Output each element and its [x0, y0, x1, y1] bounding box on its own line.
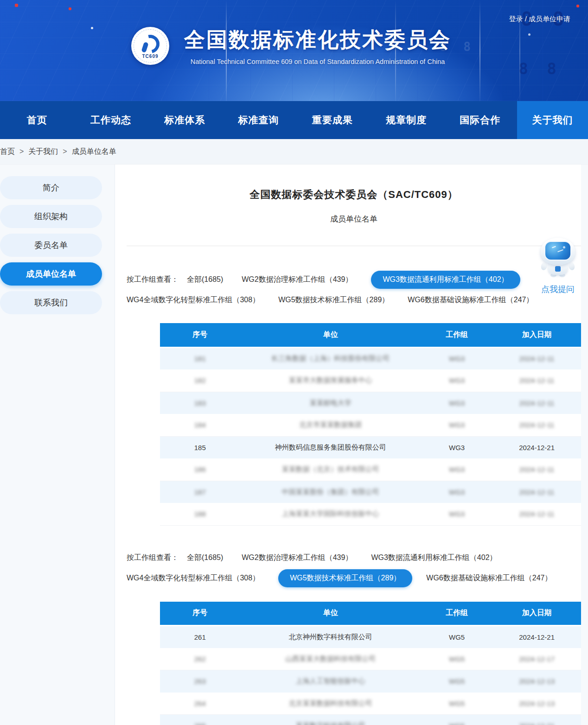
nav-item-standard-system[interactable]: 标准体系 — [148, 101, 222, 139]
breadcrumb-home[interactable]: 首页 — [0, 147, 15, 157]
cell-date: 2024-12-11 — [492, 392, 581, 414]
cell-no: 183 — [160, 392, 240, 414]
robot-face-screen — [544, 241, 571, 261]
filter-label: 按工作组查看： — [127, 553, 179, 563]
hero-white-dot — [528, 33, 530, 36]
nav-item-regulations[interactable]: 规章制度 — [369, 101, 443, 139]
cell-no: 182 — [160, 369, 240, 392]
cell-date: 2024-12-11 — [492, 458, 581, 481]
cell-unit: 中国某某股份（集团）有限公司 — [240, 481, 421, 503]
cell-wg: WG5 — [421, 693, 492, 715]
table-row: 186某某数据（北京）技术有限公司WG32024-12-11 — [160, 458, 581, 481]
cell-wg: WG5 — [421, 715, 492, 725]
nav-item-home[interactable]: 首页 — [0, 101, 74, 139]
filter-option-wg4[interactable]: WG4全域数字化转型标准工作组（308） — [127, 573, 260, 583]
sidebar-item-committee-list[interactable]: 委员名单 — [0, 234, 102, 257]
table-row: 185神州数码信息服务集团股份有限公司WG32024-12-21 — [160, 436, 581, 458]
breadcrumb-separator: > — [63, 147, 67, 156]
cell-no: 184 — [160, 414, 240, 436]
hero-light-line — [479, 0, 480, 101]
breadcrumb-separator: > — [19, 147, 24, 156]
assistant-ask-label[interactable]: 点我提问 — [536, 284, 580, 295]
col-header-workgroup: 工作组 — [421, 602, 492, 626]
table-row: 261北京神州数字科技有限公司WG52024-12-21 — [160, 626, 581, 648]
filter-option-wg5-selected[interactable]: WG5数据技术标准工作组（289） — [278, 569, 412, 587]
cell-wg: WG3 — [421, 436, 492, 458]
table-header-row: 序号 单位 工作组 加入日期 — [160, 602, 581, 626]
sidebar-item-structure[interactable]: 组织架构 — [0, 205, 102, 228]
sidebar-item-contact[interactable]: 联系我们 — [0, 291, 102, 314]
cell-no: 185 — [160, 436, 240, 458]
col-header-join-date: 加入日期 — [492, 323, 581, 347]
cell-unit: 某某数据（北京）技术有限公司 — [240, 458, 421, 481]
col-header-join-date: 加入日期 — [492, 602, 581, 626]
assistant-widget[interactable]: 点我提问 — [536, 238, 580, 295]
filter-label: 按工作组查看： — [127, 275, 179, 285]
filter-section-wg3: 按工作组查看： 全部(1685) WG2数据治理标准工作组（439） WG3数据… — [127, 269, 581, 310]
cell-date: 2024-12-21 — [492, 436, 581, 458]
col-header-unit: 单位 — [240, 602, 421, 626]
content-area: 简介 组织架构 委员名单 成员单位名单 联系我们 全国数据标委会技术委员会（SA… — [0, 165, 588, 725]
sidebar-item-intro[interactable]: 简介 — [0, 176, 102, 199]
member-table-body: 261北京神州数字科技有限公司WG52024-12-21262山西某某大数据科技… — [160, 626, 581, 725]
cell-unit: 某某市大数据发展服务中心 — [240, 369, 421, 392]
cell-date: 2024-12-17 — [492, 648, 581, 670]
nav-item-standard-search[interactable]: 标准查询 — [222, 101, 295, 139]
filter-option-wg6[interactable]: WG6数据基础设施标准工作组（247） — [426, 573, 552, 583]
cell-date: 2024-12-21 — [492, 626, 581, 648]
table-row: 182某某市大数据发展服务中心WG32024-12-11 — [160, 369, 581, 392]
breadcrumb: 首页 > 关于我们 > 成员单位名单 — [0, 139, 588, 165]
main-nav: 首页 工作动态 标准体系 标准查询 重要成果 规章制度 国际合作 关于我们 — [0, 101, 588, 139]
breadcrumb-about[interactable]: 关于我们 — [28, 147, 58, 157]
cell-wg: WG3 — [421, 414, 492, 436]
cell-unit: 北京神州数字科技有限公司 — [240, 626, 421, 648]
filter-option-wg2[interactable]: WG2数据治理标准工作组（439） — [242, 275, 352, 285]
hero-digits-deco: 8 8 — [519, 59, 561, 78]
nav-item-about-us[interactable]: 关于我们 — [517, 101, 588, 139]
assistant-robot-icon[interactable] — [541, 238, 575, 277]
cell-wg: WG3 — [421, 481, 492, 503]
site-brand: TC609 全国数据标准化技术委员会 National Technical Co… — [131, 26, 457, 65]
nav-item-international[interactable]: 国际合作 — [443, 101, 517, 139]
cell-wg: WG3 — [421, 369, 492, 392]
cell-wg: WG3 — [421, 347, 492, 369]
page-title: 全国数据标委会技术委员会（SAC/TC609） — [127, 188, 581, 202]
cell-wg: WG3 — [421, 392, 492, 414]
brand-text: 全国数据标准化技术委员会 National Technical Committe… — [179, 26, 457, 65]
filter-option-all[interactable]: 全部(1685) — [187, 275, 223, 285]
cell-date: 2024-12-13 — [492, 693, 581, 715]
nav-item-news[interactable]: 工作动态 — [74, 101, 147, 139]
cell-no: 264 — [160, 693, 240, 715]
filter-option-wg3[interactable]: WG3数据流通利用标准工作组（402） — [371, 553, 497, 563]
main-panel: 全国数据标委会技术委员会（SAC/TC609） 成员单位名单 点我提问 — [115, 165, 581, 725]
filter-option-wg5[interactable]: WG5数据技术标准工作组（289） — [278, 295, 389, 305]
filter-option-all[interactable]: 全部(1685) — [187, 553, 223, 563]
hero-red-dot — [69, 7, 71, 10]
page-subtitle: 成员单位名单 — [127, 214, 581, 224]
col-header-unit: 单位 — [240, 323, 421, 347]
cell-date: 2024-12-11 — [492, 347, 581, 369]
cell-no: 187 — [160, 481, 240, 503]
col-header-workgroup: 工作组 — [421, 323, 492, 347]
cell-no: 186 — [160, 458, 240, 481]
cell-unit: 山西某某大数据科技有限公司 — [240, 648, 421, 670]
member-table-body: 181长三角数据（上海）科技股份有限公司WG32024-12-11182某某市大… — [160, 347, 581, 525]
nav-item-achievements[interactable]: 重要成果 — [295, 101, 369, 139]
robot-chest-badge — [555, 266, 561, 272]
member-table-wg5: 序号 单位 工作组 加入日期 261北京神州数字科技有限公司WG52024-12… — [160, 602, 581, 725]
site-subtitle-en: National Technical Committee 609 on Data… — [179, 58, 457, 65]
filter-option-wg2[interactable]: WG2数据治理标准工作组（439） — [242, 553, 352, 563]
filter-option-wg4[interactable]: WG4全域数字化转型标准工作组（308） — [127, 295, 260, 305]
filter-option-wg6[interactable]: WG6数据基础设施标准工作组（247） — [408, 295, 533, 305]
cell-unit: 某某邮电大学 — [240, 392, 421, 414]
filter-option-wg3-selected[interactable]: WG3数据流通利用标准工作组（402） — [371, 271, 520, 289]
cell-wg: WG5 — [421, 648, 492, 670]
sidebar-item-member-units[interactable]: 成员单位名单 — [0, 262, 102, 286]
table-row: 264北京某某数据科技有限公司WG52024-12-13 — [160, 693, 581, 715]
login-member-apply-link[interactable]: 登录 / 成员单位申请 — [509, 15, 570, 24]
breadcrumb-current: 成员单位名单 — [72, 147, 116, 157]
cell-unit: 某某数字科技有限公司 — [240, 715, 421, 725]
hero-red-dot — [576, 5, 579, 7]
cell-wg: WG5 — [421, 670, 492, 693]
cell-wg: WG3 — [421, 503, 492, 525]
